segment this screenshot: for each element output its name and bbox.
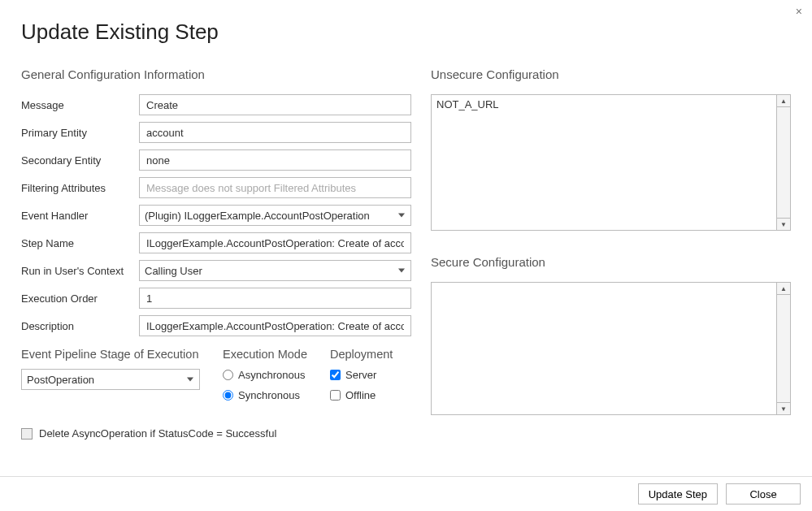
close-button[interactable]: Close bbox=[726, 483, 801, 505]
delete-async-label: Delete AsyncOperation if StatusCode = Su… bbox=[39, 427, 276, 440]
secure-config-title: Secure Configuration bbox=[431, 255, 791, 269]
dialog-footer: Update Step Close bbox=[0, 476, 812, 511]
exec-mode-async-label: Asynchronous bbox=[238, 369, 305, 381]
deployment-offline-label: Offline bbox=[345, 389, 376, 401]
execution-mode-title: Execution Mode bbox=[223, 348, 307, 361]
label-message: Message bbox=[21, 99, 139, 111]
unsecure-scroll-down[interactable]: ▼ bbox=[776, 218, 791, 231]
label-execution-order: Execution Order bbox=[21, 292, 139, 305]
execution-order-input[interactable] bbox=[139, 288, 411, 309]
step-name-input[interactable] bbox=[139, 232, 411, 253]
exec-mode-async[interactable]: Asynchronous bbox=[223, 369, 307, 381]
exec-mode-sync-label: Synchronous bbox=[238, 389, 300, 401]
event-handler-select[interactable] bbox=[139, 205, 411, 226]
secondary-entity-input[interactable] bbox=[139, 149, 411, 171]
unsecure-scroll-up[interactable]: ▲ bbox=[776, 94, 791, 107]
left-column: General Configuration Information Messag… bbox=[21, 67, 411, 440]
secure-scroll-up[interactable]: ▲ bbox=[776, 282, 791, 295]
secure-config-textarea[interactable] bbox=[432, 283, 776, 414]
deployment-title: Deployment bbox=[330, 348, 393, 361]
update-step-button[interactable]: Update Step bbox=[638, 483, 718, 505]
secure-scroll: ▲ ▼ bbox=[776, 283, 790, 414]
exec-mode-sync-radio[interactable] bbox=[223, 390, 233, 401]
deployment-offline[interactable]: Offline bbox=[330, 389, 393, 401]
label-run-context: Run in User's Context bbox=[21, 265, 139, 277]
unsecure-config-textarea[interactable] bbox=[432, 95, 776, 230]
delete-async-checkbox bbox=[21, 428, 33, 440]
deployment-server-label: Server bbox=[345, 369, 376, 381]
description-input[interactable] bbox=[139, 315, 411, 336]
secure-scroll-down[interactable]: ▼ bbox=[776, 402, 791, 415]
primary-entity-input[interactable] bbox=[139, 122, 411, 143]
delete-async-row: Delete AsyncOperation if StatusCode = Su… bbox=[21, 427, 411, 440]
deployment-server[interactable]: Server bbox=[330, 369, 393, 381]
message-input[interactable] bbox=[139, 94, 411, 115]
exec-mode-async-radio[interactable] bbox=[223, 370, 233, 380]
dialog-body: Update Existing Step General Configurati… bbox=[0, 0, 812, 440]
deployment-offline-checkbox[interactable] bbox=[330, 390, 341, 401]
label-filtering-attributes: Filtering Attributes bbox=[21, 182, 139, 194]
close-icon[interactable]: × bbox=[796, 5, 802, 18]
label-primary-entity: Primary Entity bbox=[21, 127, 139, 139]
dialog-title: Update Existing Step bbox=[21, 19, 791, 45]
general-config-title: General Configuration Information bbox=[21, 67, 411, 81]
right-column: Unsecure Configuration ▲ ▼ Secure Config… bbox=[431, 67, 791, 440]
label-step-name: Step Name bbox=[21, 237, 139, 249]
pipeline-stage-select[interactable] bbox=[21, 369, 200, 390]
label-event-handler: Event Handler bbox=[21, 210, 139, 222]
secure-config-area: ▲ ▼ bbox=[431, 282, 791, 415]
unsecure-config-area: ▲ ▼ bbox=[431, 94, 791, 231]
pipeline-stage-title: Event Pipeline Stage of Execution bbox=[21, 348, 200, 361]
exec-mode-sync[interactable]: Synchronous bbox=[223, 389, 307, 401]
unsecure-config-title: Unsecure Configuration bbox=[431, 67, 791, 81]
label-description: Description bbox=[21, 320, 139, 332]
label-secondary-entity: Secondary Entity bbox=[21, 154, 139, 167]
filtering-attributes-input bbox=[139, 177, 411, 198]
unsecure-scroll: ▲ ▼ bbox=[776, 95, 790, 230]
deployment-server-checkbox[interactable] bbox=[330, 370, 341, 380]
run-context-select[interactable] bbox=[139, 260, 411, 281]
